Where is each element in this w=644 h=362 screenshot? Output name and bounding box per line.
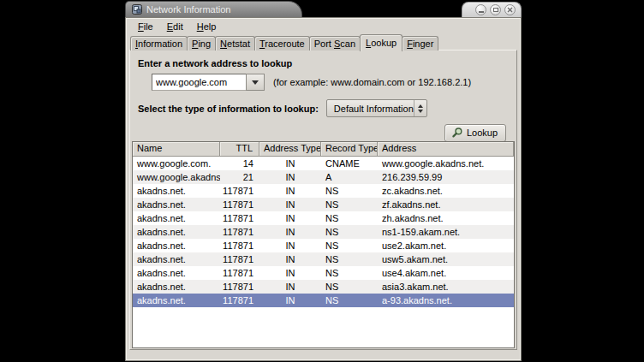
cell-address-type: IN [259, 158, 321, 169]
minimize-icon [479, 11, 484, 13]
window-title: Network Information [146, 4, 230, 15]
column-header-record-type[interactable]: Record Type [321, 142, 378, 157]
titlebar-drag-handle[interactable]: Network Information [125, 1, 302, 17]
network-information-window: Network Information File Edit Help [125, 0, 522, 361]
table-row[interactable]: www.google.com. 14 IN CNAME www.google.a… [133, 157, 514, 170]
address-label: Enter a network address to lookup [138, 58, 516, 68]
cell-ttl: 21 [220, 172, 259, 182]
cell-name: akadns.net. [133, 282, 220, 292]
column-header-name[interactable]: Name [133, 142, 220, 157]
column-header-ttl[interactable]: TTL [220, 142, 259, 157]
cell-record-type: NS [321, 282, 378, 292]
tab[interactable]: Netstat [215, 36, 255, 50]
tab[interactable]: Information [130, 36, 188, 50]
table-row[interactable]: akadns.net. 117871 IN NS zf.akadns.net. [133, 198, 514, 211]
type-label: Select the type of information to lookup… [138, 104, 319, 114]
cell-record-type: NS [321, 227, 378, 237]
cell-name: akadns.net. [133, 240, 220, 251]
column-header-address[interactable]: Address [378, 142, 514, 157]
lookup-panel: Enter a network address to lookup (for e… [129, 50, 517, 350]
menu-item[interactable]: File [131, 21, 160, 34]
address-row: (for example: www.domain.com or 192.168.… [152, 74, 516, 91]
cell-address: zc.akadns.net. [378, 186, 514, 196]
cell-record-type: NS [321, 268, 378, 278]
cell-address-type: IN [259, 199, 321, 210]
window-body: File Edit Help Information Ping Netstat … [125, 17, 522, 361]
table-row[interactable]: akadns.net. 117871 IN NS zc.akadns.net. [133, 184, 514, 198]
cell-name: www.google.akadns.net. [133, 172, 220, 182]
magnifier-icon [451, 127, 463, 139]
cell-address: use2.akam.net. [378, 240, 514, 251]
cell-address-type: IN [259, 254, 321, 264]
address-dropdown-button[interactable] [246, 74, 265, 91]
app-icon[interactable] [132, 4, 142, 15]
cell-address: usw5.akam.net. [378, 254, 514, 264]
menu-item[interactable]: Edit [160, 21, 190, 34]
cell-address-type: IN [259, 268, 321, 278]
cell-ttl: 117871 [220, 240, 259, 251]
type-dropdown[interactable]: Default Information [326, 99, 427, 117]
tab[interactable]: Lookup [360, 34, 402, 51]
results-table: Name TTL Address Type Record Type Addres… [132, 141, 515, 348]
cell-address: asia3.akam.net. [378, 282, 514, 292]
cell-record-type: NS [321, 254, 378, 264]
cell-ttl: 117871 [220, 254, 259, 264]
lookup-button[interactable]: Lookup [444, 124, 506, 142]
tab[interactable]: Finger [402, 36, 438, 50]
cell-address-type: IN [259, 172, 321, 182]
column-header-address-type[interactable]: Address Type [259, 142, 321, 157]
titlebar: Network Information [125, 0, 522, 17]
table-row[interactable]: akadns.net. 117871 IN NS a-93.akadns.net… [133, 294, 514, 307]
cell-record-type: NS [321, 186, 378, 196]
type-row: Select the type of information to lookup… [138, 99, 516, 117]
cell-name: akadns.net. [133, 254, 220, 264]
cell-record-type: NS [321, 240, 378, 251]
cell-name: akadns.net. [133, 213, 220, 223]
table-row[interactable]: akadns.net. 117871 IN NS use4.akam.net. [133, 266, 514, 280]
window-controls [462, 2, 522, 17]
minimize-button[interactable] [475, 4, 486, 15]
lookup-button-label: Lookup [467, 128, 498, 138]
cell-address-type: IN [259, 282, 321, 292]
tab[interactable]: Ping [187, 36, 216, 50]
cell-name: www.google.com. [133, 158, 220, 169]
maximize-icon [493, 8, 498, 12]
maximize-button[interactable] [490, 4, 501, 15]
cell-address-type: IN [259, 295, 321, 306]
cell-address-type: IN [259, 213, 321, 223]
cell-name: akadns.net. [133, 186, 220, 196]
table-body: www.google.com. 14 IN CNAME www.google.a… [133, 157, 514, 307]
cell-address: www.google.akadns.net. [378, 158, 514, 169]
close-button[interactable] [504, 4, 516, 15]
cell-record-type: A [321, 172, 378, 182]
type-dropdown-value: Default Information [327, 104, 414, 114]
table-row[interactable]: akadns.net. 117871 IN NS usw5.akam.net. [133, 252, 514, 266]
cell-name: akadns.net. [133, 199, 220, 210]
table-row[interactable]: akadns.net. 117871 IN NS zh.akadns.net. [133, 211, 514, 225]
cell-record-type: NS [321, 295, 378, 306]
table-row[interactable]: www.google.akadns.net. 21 IN A 216.239.5… [133, 170, 514, 184]
menu-item[interactable]: Help [190, 21, 224, 34]
cell-record-type: CNAME [321, 158, 378, 169]
tab[interactable]: Traceroute [254, 36, 310, 50]
cell-ttl: 117871 [220, 199, 259, 210]
cell-name: akadns.net. [133, 268, 220, 278]
table-row[interactable]: akadns.net. 117871 IN NS asia3.akam.net. [133, 280, 514, 294]
cell-record-type: NS [321, 213, 378, 223]
close-icon [507, 7, 513, 13]
address-input[interactable] [152, 74, 246, 91]
cell-ttl: 117871 [220, 295, 259, 306]
cell-ttl: 117871 [220, 213, 259, 223]
button-row: Lookup [130, 124, 506, 142]
table-row[interactable]: akadns.net. 117871 IN NS ns1-159.akam.ne… [133, 225, 514, 239]
cell-address-type: IN [259, 227, 321, 237]
cell-address: a-93.akadns.net. [378, 295, 514, 306]
tab[interactable]: Port Scan [309, 36, 361, 50]
cell-ttl: 117871 [220, 268, 259, 278]
address-hint: (for example: www.domain.com or 192.168.… [273, 77, 471, 87]
table-header-row: Name TTL Address Type Record Type Addres… [133, 142, 514, 157]
cell-name: akadns.net. [133, 295, 220, 306]
cell-address: ns1-159.akam.net. [378, 227, 514, 237]
table-row[interactable]: akadns.net. 117871 IN NS use2.akam.net. [133, 239, 514, 252]
cell-ttl: 117871 [220, 227, 259, 237]
